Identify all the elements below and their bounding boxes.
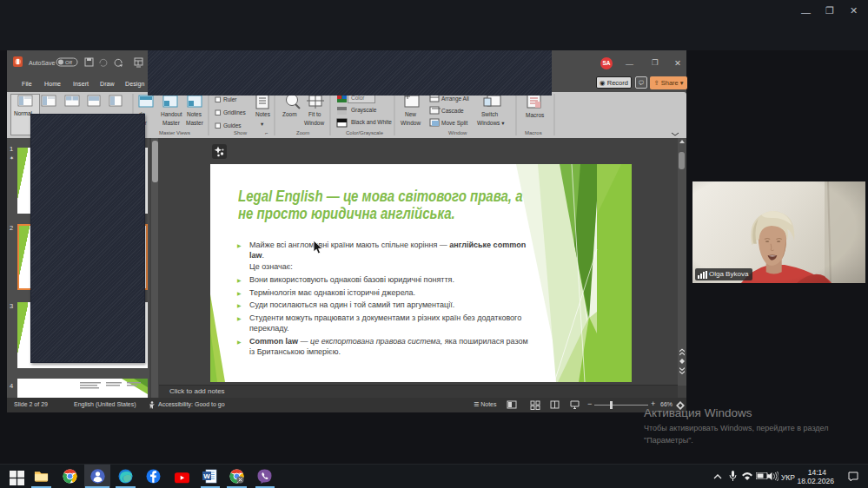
svg-text:Off: Off — [65, 60, 72, 65]
svg-text:AutoSave: AutoSave — [29, 60, 55, 66]
svg-text:W: W — [203, 472, 210, 480]
